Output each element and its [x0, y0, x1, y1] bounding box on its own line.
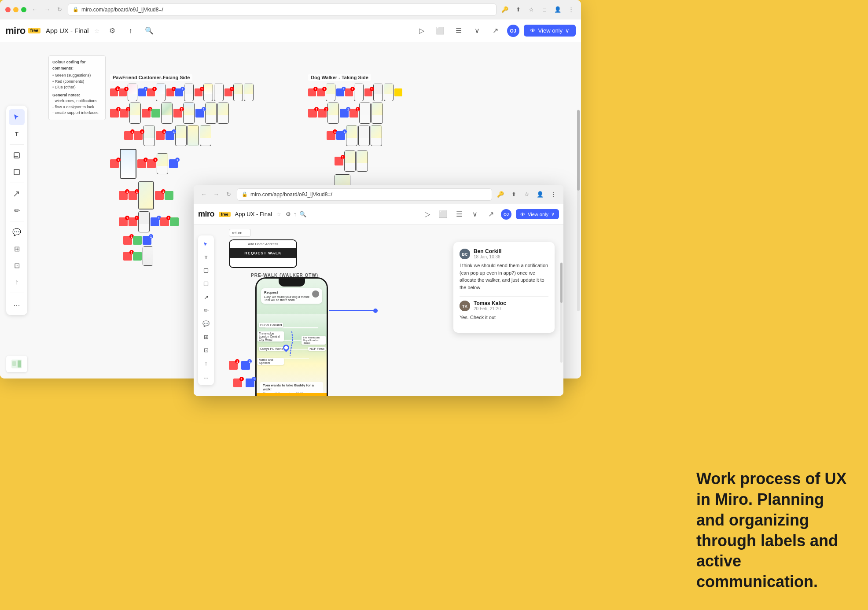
second-canvas-scrollbar[interactable] — [560, 262, 563, 363]
frame-tool[interactable]: ⊡ — [9, 257, 25, 273]
sticky-item: 1 — [364, 88, 372, 96]
bookmark-icon[interactable]: ☆ — [526, 5, 536, 15]
grid-icon[interactable]: ☰ — [452, 24, 466, 38]
second-present-icon[interactable]: ⬜ — [438, 209, 449, 220]
second-forward-btn[interactable]: → — [211, 190, 221, 199]
view-only-button[interactable]: 👁 View only ∨ — [524, 25, 576, 37]
cursor-tool[interactable] — [9, 109, 25, 125]
phone-item — [138, 181, 154, 209]
export-icon[interactable]: ↑ — [124, 24, 138, 38]
svg-rect-6 — [18, 360, 21, 367]
play-icon[interactable]: ▷ — [415, 24, 429, 38]
second-key-icon[interactable]: 🔑 — [496, 190, 505, 199]
second-upload-tool[interactable]: ↑ — [200, 357, 212, 369]
phone-item — [214, 84, 224, 101]
comment-text-2: Yes. Check it out — [460, 314, 548, 321]
second-text-tool[interactable]: T — [200, 251, 212, 264]
comment-tool[interactable]: 💬 — [9, 224, 25, 240]
fullscreen-btn[interactable] — [21, 7, 26, 12]
second-export-icon[interactable]: ↑ — [294, 211, 297, 217]
right-cluster-title: Dog Walker - Taking Side — [308, 74, 371, 81]
second-shape-tool[interactable] — [200, 278, 212, 290]
phone-item — [344, 151, 356, 172]
second-avatar: OJ — [501, 209, 511, 220]
second-more-tools[interactable]: … — [200, 370, 212, 382]
refresh-btn[interactable]: ↻ — [55, 5, 64, 15]
second-grid-icon[interactable]: ☰ — [453, 209, 465, 220]
second-miro-logo: miro — [198, 209, 214, 219]
traffic-lights — [5, 7, 26, 12]
settings-icon[interactable]: ⚙ — [105, 24, 119, 38]
canvas-scrollbar[interactable] — [577, 110, 580, 311]
star-icon[interactable]: ☆ — [94, 27, 100, 34]
share-icon[interactable]: ⬆ — [513, 5, 523, 15]
second-play-icon[interactable]: ▷ — [422, 209, 433, 220]
second-refresh-btn[interactable]: ↻ — [224, 190, 233, 199]
second-sticky-tool[interactable] — [200, 265, 212, 277]
back-btn[interactable]: ← — [30, 5, 40, 15]
sticky-item: 1 — [119, 217, 128, 226]
return-btn[interactable]: return — [229, 229, 251, 237]
second-cursor-icon[interactable]: ↗ — [485, 209, 497, 220]
comment-bubble: BC Ben Corkill 18 Jan, 10:36 I think we … — [453, 242, 555, 333]
mini-map-panel[interactable] — [6, 356, 27, 372]
second-miro-canvas[interactable]: T ↗ ✏ 💬 ⊞ ⊡ ↑ … return — [194, 224, 563, 396]
note-green: • Green (suggestions) — [52, 73, 102, 79]
header-icons: ⚙ ↑ 🔍 — [105, 24, 156, 38]
phone-item — [203, 84, 213, 101]
header-right: ▷ ⬜ ☰ ∨ ↗ OJ 👁 View only ∨ — [415, 24, 576, 38]
minimize-btn[interactable] — [13, 7, 18, 12]
second-chevron-icon[interactable]: ∨ — [469, 209, 481, 220]
phone-item — [205, 103, 217, 124]
second-view-only-button[interactable]: 👁 View only ∨ — [516, 209, 559, 219]
comment-text-1: I think we should send them a notificati… — [460, 262, 548, 291]
shape-tool[interactable] — [9, 164, 25, 180]
avatar-tk: TK — [460, 301, 470, 311]
sticky-item: 1 — [138, 88, 146, 96]
second-frame-tool[interactable]: ⊡ — [200, 344, 212, 356]
close-btn[interactable] — [5, 7, 11, 12]
request-walk-phone-area: return Add Home Address REQUEST WALK — [229, 229, 297, 268]
second-share-icon[interactable]: ⬆ — [509, 190, 519, 199]
arrow-tool[interactable] — [9, 186, 25, 202]
key-icon[interactable]: 🔑 — [500, 5, 510, 15]
more-tools[interactable]: … — [9, 296, 25, 312]
second-cursor-tool[interactable] — [200, 238, 212, 250]
second-arrow-tool[interactable]: ↗ — [200, 291, 212, 303]
general-note-3: - create support interfaces — [52, 110, 102, 116]
second-address-bar[interactable]: 🔒 miro.com/app/board/o9J_ljVkud8=/ — [237, 188, 492, 201]
phone-item — [358, 125, 370, 146]
second-settings-icon[interactable]: ⚙ — [286, 211, 291, 217]
pen-tool[interactable]: ✏ — [9, 202, 25, 218]
second-back-btn[interactable]: ← — [199, 190, 209, 199]
second-pen-tool[interactable]: ✏ — [200, 304, 212, 316]
sticky-tool[interactable] — [9, 147, 25, 163]
forward-btn[interactable]: → — [42, 5, 52, 15]
phone-item — [244, 84, 254, 101]
address-bar[interactable]: 🔒 miro.com/app/board/o9J_ljVkud8=/ — [68, 4, 497, 16]
sticky-item: 1 — [308, 109, 317, 118]
cursor-share-icon[interactable]: ↗ — [489, 24, 503, 38]
search-icon[interactable]: 🔍 — [142, 24, 156, 38]
second-menu-icon[interactable]: ⋮ — [548, 190, 558, 199]
present-icon[interactable]: ⬜ — [433, 24, 447, 38]
second-comment-tool[interactable]: 💬 — [200, 317, 212, 330]
second-search-icon[interactable]: 🔍 — [299, 211, 306, 217]
request-text: Lucy, we found your dog a friend! Tom wi… — [264, 295, 309, 301]
sticky-item: 1 — [124, 131, 133, 140]
upload-tool[interactable]: ↑ — [9, 274, 25, 290]
sticky-item: 1 — [156, 131, 165, 140]
text-tool[interactable]: T — [9, 126, 25, 142]
sticky-item: 2 — [173, 109, 182, 118]
sticky-item — [394, 88, 402, 96]
sticky-item: 1 — [134, 131, 143, 140]
svg-rect-8 — [204, 282, 208, 286]
second-grid-tool[interactable]: ⊞ — [200, 331, 212, 343]
profile-icon[interactable]: 👤 — [553, 5, 563, 15]
grid-tool[interactable]: ⊞ — [9, 241, 25, 257]
menu-icon[interactable]: ⋮ — [566, 5, 576, 15]
second-bookmark-icon[interactable]: ☆ — [522, 190, 532, 199]
chevron-down-icon[interactable]: ∨ — [470, 24, 484, 38]
second-profile-icon[interactable]: 👤 — [535, 190, 545, 199]
extensions-icon[interactable]: □ — [540, 5, 549, 15]
